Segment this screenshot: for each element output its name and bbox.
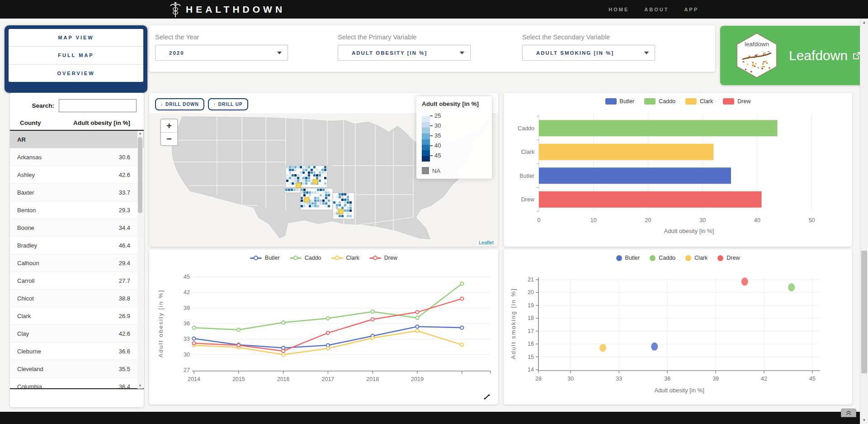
county-value: 29.4 <box>119 260 130 267</box>
scroll-up-icon[interactable]: ▲ <box>137 131 143 136</box>
line-series-caddo[interactable] <box>194 284 462 330</box>
svg-text:Drew: Drew <box>521 196 535 203</box>
table-row[interactable]: Chicot38.8 <box>10 290 144 307</box>
selected-county[interactable] <box>338 209 343 214</box>
table-row[interactable]: Clark26.9 <box>10 307 144 325</box>
scatter-point-drew[interactable] <box>741 277 748 286</box>
leafdown-logo-text: leafdown <box>745 41 769 48</box>
legend-tick: 40 <box>430 142 441 149</box>
table-row[interactable]: Boone34.4 <box>10 219 144 237</box>
table-row[interactable]: AR <box>10 131 144 148</box>
sidebar-item-overview[interactable]: OVERVIEW <box>9 65 143 82</box>
county-value: 27.7 <box>119 277 130 284</box>
primary-variable-value: ADULT OBESITY [IN %] <box>352 50 427 56</box>
svg-text:36: 36 <box>664 376 670 382</box>
legend-item-butler[interactable]: Butler <box>605 98 635 105</box>
legend-item-clark[interactable]: Clark <box>685 255 708 261</box>
year-select[interactable]: 2020 <box>155 45 288 61</box>
sidebar-item-full-map[interactable]: FULL MAP <box>9 47 143 64</box>
county-value: 30.6 <box>119 154 130 161</box>
footer-bar <box>0 412 860 424</box>
primary-variable-select[interactable]: ADULT OBESITY [IN %] <box>338 45 471 61</box>
svg-text:17: 17 <box>528 328 534 334</box>
line-series-drew[interactable] <box>194 299 462 351</box>
line-chart[interactable]: 27303336394245201420152016201720182019Ad… <box>149 267 498 404</box>
legend-item-clark[interactable]: Clark <box>685 98 713 105</box>
legend-label: Drew <box>384 255 397 261</box>
legend-swatch <box>605 98 617 105</box>
bar-chart[interactable]: 01020304050CaddoClarkButlerDrewAdult obe… <box>504 109 852 247</box>
nav-link-about[interactable]: ABOUT <box>644 7 669 12</box>
nav-link-home[interactable]: HOME <box>609 7 629 12</box>
legend-swatch <box>616 255 622 261</box>
county-value: 34.4 <box>119 224 130 231</box>
zoom-out-button[interactable]: − <box>161 133 177 145</box>
selected-county[interactable] <box>304 197 309 202</box>
legend-tick: 35 <box>430 132 441 139</box>
bar-caddo[interactable] <box>539 120 778 136</box>
table-row[interactable]: Cleveland35.5 <box>10 360 144 378</box>
table-scrollbar[interactable]: ▲ ▼ <box>137 131 143 389</box>
scatter-point-caddo[interactable] <box>788 283 795 291</box>
leafdown-link-card[interactable]: leafdown Leafdown <box>720 26 868 85</box>
legend-label: Drew <box>726 255 740 261</box>
sidebar-item-map-view[interactable]: MAP VIEW <box>9 29 143 47</box>
legend-swatch <box>331 257 343 259</box>
column-value[interactable]: Adult obesity [in %] <box>73 119 130 126</box>
drill-up-button[interactable]: ↑ DRILL UP <box>208 98 248 110</box>
table-row[interactable]: Baxter33.7 <box>10 184 144 201</box>
table-row[interactable]: Clay42.6 <box>10 325 144 343</box>
legend-label: Clark <box>346 255 359 261</box>
legend-item-drew[interactable]: Drew <box>723 98 750 105</box>
scroll-up-icon[interactable]: ▲ <box>860 19 868 26</box>
drill-down-button[interactable]: ↓ DRILL DOWN <box>155 98 204 110</box>
scatter-chart-card: ButlerCaddoClarkDrew 2830333639424514151… <box>504 249 852 405</box>
county-value: 26.9 <box>119 313 130 319</box>
secondary-variable-select[interactable]: ADULT SMOKING [IN %] <box>522 45 655 61</box>
scroll-down-icon[interactable]: ▼ <box>137 383 143 389</box>
svg-text:15: 15 <box>528 354 534 360</box>
scatter-point-butler[interactable] <box>651 343 658 351</box>
table-row[interactable]: Cleburne36.6 <box>10 343 144 360</box>
svg-text:Adult obesity [in %]: Adult obesity [in %] <box>157 290 164 358</box>
legend-swatch <box>717 255 723 261</box>
column-county[interactable]: County <box>20 119 41 126</box>
legend-item-drew[interactable]: Drew <box>369 255 397 261</box>
page-scrollbar[interactable]: ▲ ▼ <box>860 19 868 424</box>
table-row[interactable]: Bradley46.4 <box>10 237 144 254</box>
table-row[interactable]: Ashley42.6 <box>10 166 144 184</box>
leaflet-attribution[interactable]: Leaflet <box>477 240 495 245</box>
selected-county[interactable] <box>313 179 318 184</box>
bar-clark[interactable] <box>539 144 713 160</box>
legend-item-clark[interactable]: Clark <box>331 255 359 261</box>
legend-swatch <box>685 98 697 105</box>
table-row[interactable]: Calhoun29.4 <box>10 254 144 272</box>
legend-item-caddo[interactable]: Caddo <box>650 255 675 261</box>
bar-drew[interactable] <box>539 191 762 208</box>
zoom-in-button[interactable]: + <box>161 119 177 133</box>
table-row[interactable]: Arkansas30.6 <box>10 148 144 166</box>
table-row[interactable]: Benton29.3 <box>10 201 144 219</box>
legend-item-drew[interactable]: Drew <box>717 255 740 261</box>
legend-item-caddo[interactable]: Caddo <box>290 255 321 261</box>
county-value: 38.8 <box>119 295 130 302</box>
drill-up-label: DRILL UP <box>218 102 243 107</box>
legend-item-caddo[interactable]: Caddo <box>644 98 675 105</box>
scroll-down-icon[interactable]: ▼ <box>860 416 868 424</box>
scatter-chart[interactable]: 283033363942451415161718192021Adult obes… <box>504 267 852 404</box>
selected-county[interactable] <box>296 183 301 188</box>
table-row[interactable]: Carroll27.7 <box>10 272 144 290</box>
page-scroll-thumb[interactable] <box>861 251 867 373</box>
search-input[interactable] <box>59 99 137 112</box>
legend-item-butler[interactable]: Butler <box>250 255 280 261</box>
scatter-point-clark[interactable] <box>599 344 606 352</box>
bar-chart-legend: ButlerCaddoClarkDrew <box>504 98 852 105</box>
scroll-to-top-button[interactable] <box>841 409 856 417</box>
nav-link-app[interactable]: APP <box>684 7 698 12</box>
table-scroll-thumb[interactable] <box>138 137 142 213</box>
svg-text:19: 19 <box>528 302 534 309</box>
table-row[interactable]: Columbia36.4 <box>10 378 144 389</box>
bar-butler[interactable] <box>539 167 731 184</box>
legend-item-butler[interactable]: Butler <box>616 255 640 261</box>
map-legend: Adult obesity [in %] 2530354045 NA <box>416 96 492 179</box>
